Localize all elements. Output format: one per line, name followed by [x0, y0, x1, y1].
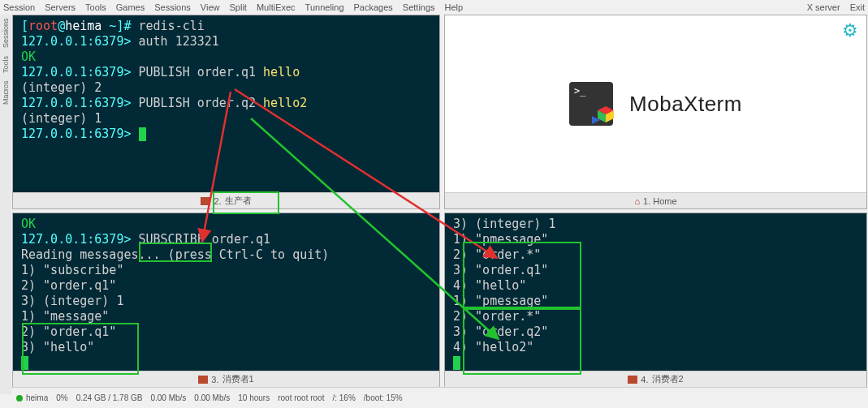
mobaxterm-logo-icon — [569, 82, 613, 126]
sidebar-item-macros[interactable]: Macros — [2, 81, 10, 105]
terminal-text: 127.0.0.1:6379> — [21, 127, 139, 141]
sidebar-item-tools[interactable]: Tools — [2, 56, 10, 73]
status-text: heima — [26, 393, 48, 402]
status-chunk: 0.24 GB / 1.78 GB — [76, 393, 143, 402]
terminal-line: 3) "hello" — [21, 340, 434, 355]
gear-icon[interactable]: ⚙ — [842, 20, 858, 41]
status-text: 0.00 Mb/s — [150, 393, 186, 402]
menu-item-settings[interactable]: Settings — [403, 2, 435, 12]
terminal-text: heima — [65, 19, 101, 33]
terminal-line: 3) "order.q2" — [453, 324, 862, 340]
menu-item-packages[interactable]: Packages — [354, 2, 393, 12]
terminal-line: Reading messages... (press Ctrl-C to qui… — [21, 247, 434, 263]
menu-item-exit[interactable]: Exit — [850, 2, 865, 12]
terminal-text: (integer) 2 — [21, 80, 101, 95]
brand-logo: MobaXterm — [569, 82, 742, 126]
pane-consumer1: OK127.0.0.1:6379> SUBSCRIBE order.q1Read… — [12, 213, 440, 388]
terminal-text: hello2 — [263, 96, 307, 110]
menu-item-x-server[interactable]: X server — [807, 2, 840, 12]
terminal-line: 1) "subscribe" — [21, 263, 434, 278]
terminal-text: Reading messages... (press Ctrl-C to qui… — [21, 247, 329, 262]
status-chunk: /boot: 15% — [364, 393, 403, 402]
menu-item-tools[interactable]: Tools — [85, 2, 106, 12]
menu-item-servers[interactable]: Servers — [45, 2, 76, 12]
cubes-icon — [592, 106, 620, 131]
terminal-text: 3) "order.q1" — [453, 263, 548, 277]
menu-item-multiexec[interactable]: MultiExec — [257, 2, 296, 12]
menu-item-session[interactable]: Session — [3, 2, 35, 12]
terminal-consumer2[interactable]: 3) (integer) 11) "pmessage"2) "order.*"3… — [445, 213, 866, 371]
terminal-text: 1) "pmessage" — [453, 232, 548, 247]
terminal-line: 127.0.0.1:6379> PUBLISH order.q2 hello2 — [21, 96, 434, 111]
tabbar-consumer1: 3. 消费者1 — [13, 371, 439, 387]
terminal-line: 1) "pmessage" — [453, 294, 862, 309]
terminal-text: 127.0.0.1:6379> — [21, 232, 139, 247]
tab-consumer1[interactable]: 3. 消费者1 — [190, 372, 261, 386]
menu-item-view[interactable]: View — [201, 2, 220, 12]
menu-item-help[interactable]: Help — [445, 2, 464, 12]
tab-label: 消费者1 — [222, 373, 254, 385]
terminal-producer[interactable]: [root@heima ~]# redis-cli127.0.0.1:6379>… — [13, 15, 439, 192]
terminal-text: 127.0.0.1:6379> — [21, 96, 139, 110]
status-chunk: heima — [16, 393, 48, 402]
cursor-block — [139, 127, 146, 141]
status-text: 0.00 Mb/s — [194, 393, 230, 402]
terminal-tab-icon — [628, 376, 637, 384]
status-chunk: root root root — [278, 393, 324, 402]
sidebar-item-sessions[interactable]: Sessions — [2, 18, 10, 48]
terminal-text: 3) (integer) 1 — [21, 294, 123, 308]
terminal-text: hello — [263, 65, 300, 79]
status-text: 10 hours — [238, 393, 270, 402]
terminal-text: 3) "order.q2" — [453, 324, 548, 339]
menu-item-tunneling[interactable]: Tunneling — [305, 2, 344, 12]
sidebar: MacrosToolsSessions — [0, 15, 11, 394]
terminal-text: 4) "hello2" — [453, 340, 533, 354]
terminal-line: [root@heima ~]# redis-cli — [21, 19, 434, 34]
terminal-line — [453, 355, 862, 371]
terminal-text: 3) (integer) 1 — [453, 217, 555, 231]
terminal-text: SUBSCRIBE order.q1 — [139, 232, 271, 247]
status-text: 0% — [56, 393, 67, 402]
tab-label: 生产者 — [225, 195, 252, 207]
tab-prefix: 3. — [211, 375, 218, 384]
terminal-tab-icon — [201, 197, 210, 205]
workspace: [root@heima ~]# redis-cli127.0.0.1:6379>… — [11, 15, 868, 388]
terminal-text: 2) "order.q1" — [21, 278, 116, 293]
terminal-text: PUBLISH order.q2 — [139, 96, 264, 110]
terminal-text: ~]# — [101, 19, 138, 33]
status-chunk: 0.00 Mb/s — [194, 393, 230, 402]
terminal-line: OK — [21, 217, 434, 232]
terminal-text: PUBLISH order.q1 — [139, 65, 264, 79]
terminal-text: @ — [58, 19, 65, 33]
terminal-text: root — [28, 19, 58, 33]
tab-consumer2[interactable]: 4. 消费者2 — [620, 372, 691, 386]
menu-item-split[interactable]: Split — [230, 2, 247, 12]
terminal-line: OK — [21, 49, 434, 65]
cursor-block — [453, 356, 460, 370]
terminal-line: 127.0.0.1:6379> SUBSCRIBE order.q1 — [21, 232, 434, 247]
home-pane-body: ⚙ MobaXterm — [445, 15, 866, 192]
tab-label: 消费者2 — [652, 373, 684, 385]
terminal-consumer1[interactable]: OK127.0.0.1:6379> SUBSCRIBE order.q1Read… — [13, 213, 439, 371]
terminal-text: 2) "order.q1" — [21, 324, 116, 339]
terminal-line: 2) "order.*" — [453, 309, 862, 324]
terminal-text: (integer) 1 — [21, 111, 101, 126]
terminal-text: 2) "order.*" — [453, 309, 541, 324]
menu-item-sessions[interactable]: Sessions — [154, 2, 191, 12]
terminal-line: (integer) 2 — [21, 80, 434, 96]
terminal-line: 2) "order.q1" — [21, 324, 434, 340]
terminal-text: 1) "subscribe" — [21, 263, 123, 277]
menu-left: SessionServersToolsGamesSessionsViewSpli… — [3, 2, 463, 12]
terminal-line: 3) (integer) 1 — [453, 217, 862, 232]
terminal-line: 4) "hello" — [453, 278, 862, 294]
terminal-text: auth 123321 — [139, 34, 219, 49]
tab-home[interactable]: ⌂ 1. Home — [626, 195, 684, 207]
menu-item-games[interactable]: Games — [116, 2, 145, 12]
status-text: /boot: 15% — [364, 393, 403, 402]
tab-producer[interactable]: 2. 生产者 — [192, 194, 259, 208]
terminal-line: 1) "message" — [21, 309, 434, 324]
terminal-line: 127.0.0.1:6379> PUBLISH order.q1 hello — [21, 65, 434, 80]
tab-prefix: 2. — [214, 196, 221, 206]
pane-home: ⚙ MobaXterm ⌂ 1. Home — [444, 15, 867, 209]
terminal-text: 4) "hello" — [453, 278, 526, 293]
